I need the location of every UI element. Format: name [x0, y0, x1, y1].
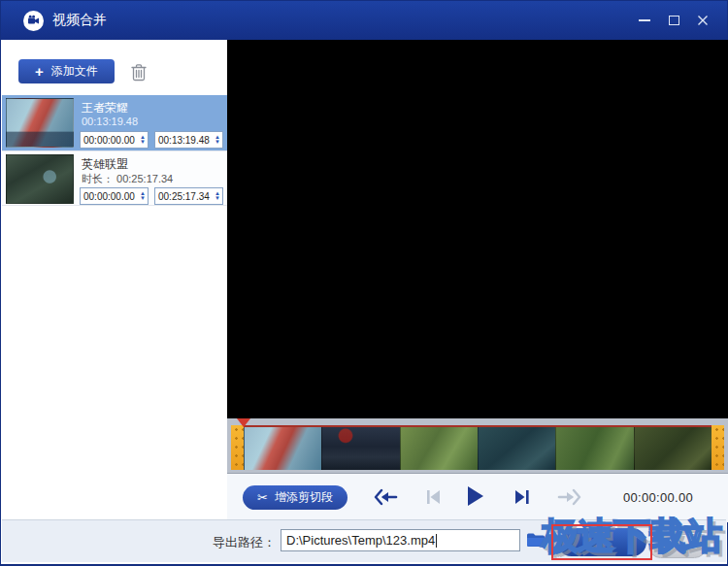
timeline-thumbnail	[478, 427, 555, 470]
plus-icon: +	[35, 64, 44, 79]
video-camera-icon	[23, 11, 44, 31]
trash-icon	[130, 62, 148, 82]
timeline-thumbnail	[555, 427, 633, 470]
file-list: 王者荣耀 00:13:19.48 00:00:00.00 ▲ ▼ 00:13:1…	[2, 95, 227, 206]
file-duration: 时长： 00:25:17.34	[82, 172, 173, 186]
timeline-thumbnail	[634, 427, 711, 470]
text-caret	[436, 534, 437, 548]
trim-start-input[interactable]: 00:00:00.00 ▲ ▼	[80, 131, 149, 149]
add-cut-segment-label: 增添剪切段	[275, 489, 333, 506]
previous-frame-button[interactable]	[423, 488, 443, 506]
window-title: 视频合并	[52, 12, 107, 29]
add-file-label: 添加文件	[51, 63, 98, 80]
spin-down-button[interactable]: ▼	[140, 140, 146, 145]
stepper: ▲ ▼	[215, 135, 222, 145]
play-icon	[464, 484, 485, 508]
folder-icon	[526, 532, 546, 548]
trim-end-input[interactable]: 00:25:17.34 ▲ ▼	[154, 187, 223, 205]
trim-end-value: 00:25:17.34	[158, 191, 210, 202]
timeline	[227, 418, 728, 474]
jump-to-end-icon	[557, 487, 582, 507]
export-path-input[interactable]: D:\Pictures\Temp\123.mp4	[281, 529, 520, 551]
trim-start-input[interactable]: 00:00:00.00 ▲ ▼	[80, 187, 149, 205]
jump-to-start-button[interactable]	[373, 487, 398, 507]
trim-inputs: 00:00:00.00 ▲ ▼ 00:13:19.48 ▲ ▼	[80, 131, 223, 149]
jump-to-end-button[interactable]	[557, 487, 582, 507]
export-path-value: D:\Pictures\Temp\123.mp4	[286, 533, 435, 548]
playhead-marker[interactable]	[237, 418, 250, 434]
window-controls	[630, 1, 717, 40]
export-path-label: 导出路径：	[213, 534, 276, 551]
jump-to-start-icon	[373, 487, 398, 507]
maximize-icon	[669, 16, 679, 25]
scissors-icon: ✂	[257, 491, 268, 504]
next-frame-icon	[513, 488, 532, 506]
file-duration: 00:13:19.48	[82, 116, 138, 127]
stepper: ▲ ▼	[140, 191, 148, 201]
file-list-panel: + 添加文件 王者荣耀 00:13:19.48 00:00:00.00 ▲ ▼	[2, 40, 227, 522]
trim-inputs: 00:00:00.00 ▲ ▼ 00:25:17.34 ▲ ▼	[80, 187, 223, 205]
timeline-thumbnail	[400, 427, 478, 470]
file-name: 王者荣耀	[82, 100, 128, 117]
video-thumbnail	[6, 98, 74, 148]
spin-down-button[interactable]: ▼	[140, 196, 146, 201]
close-icon	[697, 15, 709, 26]
time-display: 00:00:00.00	[623, 490, 693, 505]
stepper: ▲ ▼	[215, 191, 222, 201]
video-thumbnail	[6, 154, 74, 204]
timeline-thumbnail	[244, 427, 321, 470]
add-file-button[interactable]: + 添加文件	[18, 59, 115, 83]
minimize-button[interactable]	[630, 1, 659, 40]
stepper: ▲ ▼	[140, 135, 148, 145]
secondary-button[interactable]	[648, 534, 707, 558]
duration-value: 00:25:17.34	[116, 173, 173, 184]
close-button[interactable]	[688, 1, 717, 40]
timeline-thumbnails	[244, 425, 711, 470]
trim-end-input[interactable]: 00:13:19.48 ▲ ▼	[154, 131, 223, 149]
minimize-icon	[639, 19, 650, 21]
trim-start-value: 00:00:00.00	[83, 135, 135, 146]
start-merge-button[interactable]	[557, 528, 646, 556]
previous-frame-icon	[423, 488, 443, 506]
player-controls: ✂ 增添剪切段 00:00:00.00	[227, 474, 728, 522]
trim-end-value: 00:13:19.48	[158, 135, 210, 146]
file-list-item[interactable]: 英雄联盟 时长： 00:25:17.34 00:00:00.00 ▲ ▼ 00:…	[2, 150, 227, 206]
maximize-button[interactable]	[659, 1, 688, 40]
delete-files-button[interactable]	[130, 62, 148, 82]
next-frame-button[interactable]	[513, 488, 532, 506]
duration-prefix: 时长：	[82, 173, 114, 184]
add-cut-segment-button[interactable]: ✂ 增添剪切段	[243, 485, 347, 510]
spin-down-button[interactable]: ▼	[215, 196, 220, 201]
app-window: 视频合并 + 添加文件 王者荣耀 00:13:19.48	[0, 0, 728, 566]
file-list-item[interactable]: 王者荣耀 00:13:19.48 00:00:00.00 ▲ ▼ 00:13:1…	[2, 95, 227, 150]
video-preview	[227, 40, 728, 418]
play-button[interactable]	[464, 484, 485, 508]
trim-handle-right[interactable]	[711, 425, 724, 470]
timeline-strip	[231, 425, 724, 470]
browse-folder-button[interactable]	[526, 532, 546, 548]
titlebar: 视频合并	[1, 1, 727, 40]
export-bar: 导出路径： D:\Pictures\Temp\123.mp4 极速下载站	[2, 519, 726, 562]
timeline-thumbnail	[321, 427, 399, 470]
spin-down-button[interactable]: ▼	[215, 140, 220, 145]
trim-start-value: 00:00:00.00	[83, 191, 135, 202]
file-name: 英雄联盟	[82, 156, 128, 173]
file-toolbar: + 添加文件	[2, 40, 227, 88]
